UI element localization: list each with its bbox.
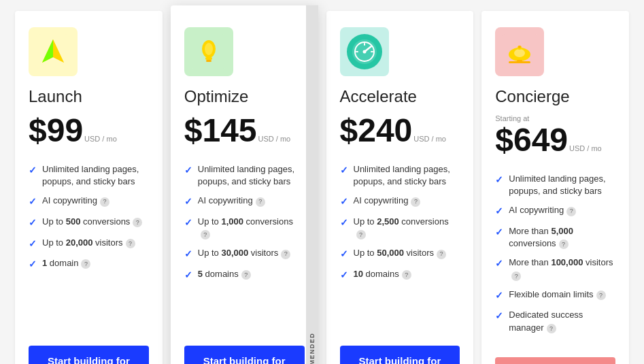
feature-item-concierge-0: ✓ Unlimited landing pages, popups, and s… bbox=[495, 173, 615, 197]
check-icon-optimize-3: ✓ bbox=[184, 248, 192, 261]
info-icon-accelerate-3[interactable]: ? bbox=[437, 250, 446, 259]
feature-text-launch-4: 1 domain? bbox=[42, 257, 90, 269]
info-icon-launch-2[interactable]: ? bbox=[133, 218, 142, 227]
plan-name-launch: Launch bbox=[29, 87, 149, 106]
feature-item-optimize-0: ✓ Unlimited landing pages, popups, and s… bbox=[184, 163, 305, 188]
feature-text-concierge-5: Dedicated success manager? bbox=[509, 309, 615, 333]
check-icon-concierge-1: ✓ bbox=[495, 205, 503, 218]
svg-point-13 bbox=[362, 50, 366, 54]
price-suffix-accelerate: USD / mo bbox=[413, 134, 446, 144]
check-icon-launch-4: ✓ bbox=[29, 258, 37, 271]
svg-rect-6 bbox=[205, 57, 212, 60]
concierge-icon bbox=[495, 27, 544, 76]
info-icon-launch-1[interactable]: ? bbox=[100, 197, 109, 207]
optimize-icon bbox=[184, 27, 233, 76]
feature-text-launch-0: Unlimited landing pages, popups, and sti… bbox=[42, 163, 149, 188]
info-icon-launch-4[interactable]: ? bbox=[81, 259, 90, 269]
plan-card-optimize: RECOMMENDED Optimize $145 USD / mo ✓ Unl… bbox=[171, 5, 318, 364]
check-icon-accelerate-1: ✓ bbox=[340, 195, 348, 209]
cta-button-concierge[interactable]: Contact a specialist bbox=[495, 357, 615, 364]
info-icon-concierge-3[interactable]: ? bbox=[511, 271, 521, 281]
feature-text-optimize-4: 5 domains? bbox=[198, 268, 251, 280]
feature-item-launch-0: ✓ Unlimited landing pages, popups, and s… bbox=[29, 163, 149, 188]
info-icon-accelerate-2[interactable]: ? bbox=[356, 230, 366, 239]
check-icon-accelerate-3: ✓ bbox=[340, 248, 348, 261]
feature-item-accelerate-0: ✓ Unlimited landing pages, popups, and s… bbox=[340, 163, 460, 188]
pricing-grid: Launch $99 USD / mo ✓ Unlimited landing … bbox=[11, 11, 633, 364]
feature-text-concierge-0: Unlimited landing pages, popups, and sti… bbox=[509, 173, 615, 197]
cta-button-accelerate[interactable]: Start building for free bbox=[340, 346, 460, 364]
check-icon-concierge-4: ✓ bbox=[495, 289, 503, 303]
feature-item-optimize-2: ✓ Up to 1,000 conversions? bbox=[184, 216, 305, 240]
feature-item-accelerate-3: ✓ Up to 50,000 visitors? bbox=[340, 247, 460, 261]
feature-text-accelerate-4: 10 domains? bbox=[354, 268, 411, 280]
check-icon-concierge-0: ✓ bbox=[495, 173, 503, 187]
feature-item-concierge-5: ✓ Dedicated success manager? bbox=[495, 309, 615, 333]
feature-item-launch-3: ✓ Up to 20,000 visitors? bbox=[29, 237, 149, 251]
feature-text-concierge-4: Flexible domain limits? bbox=[509, 288, 605, 301]
feature-item-launch-1: ✓ AI copywriting? bbox=[29, 195, 149, 209]
feature-text-launch-3: Up to 20,000 visitors? bbox=[42, 237, 135, 249]
feature-text-optimize-0: Unlimited landing pages, popups, and sti… bbox=[198, 163, 305, 188]
check-icon-optimize-4: ✓ bbox=[184, 269, 192, 282]
cta-button-optimize[interactable]: Start building for free bbox=[184, 346, 305, 364]
info-icon-optimize-3[interactable]: ? bbox=[281, 250, 290, 259]
price-amount-accelerate: $240 bbox=[340, 114, 413, 147]
feature-item-concierge-2: ✓ More than 5,000 conversions? bbox=[495, 225, 615, 250]
price-suffix-optimize: USD / mo bbox=[258, 134, 291, 144]
feature-item-accelerate-1: ✓ AI copywriting? bbox=[340, 195, 460, 209]
check-icon-optimize-1: ✓ bbox=[184, 195, 192, 209]
info-icon-concierge-5[interactable]: ? bbox=[547, 324, 556, 333]
feature-text-concierge-1: AI copywriting? bbox=[509, 204, 576, 216]
check-icon-launch-1: ✓ bbox=[29, 195, 37, 209]
feature-text-launch-2: Up to 500 conversions? bbox=[42, 216, 142, 228]
info-icon-optimize-4[interactable]: ? bbox=[241, 270, 251, 280]
feature-text-optimize-1: AI copywriting? bbox=[198, 195, 265, 207]
launch-icon bbox=[29, 27, 78, 76]
price-suffix-concierge: USD / mo bbox=[569, 144, 602, 153]
feature-text-optimize-2: Up to 1,000 conversions? bbox=[198, 216, 305, 240]
info-icon-concierge-4[interactable]: ? bbox=[596, 291, 606, 300]
info-icon-optimize-2[interactable]: ? bbox=[201, 230, 210, 239]
svg-point-8 bbox=[205, 43, 213, 55]
recommended-badge: RECOMMENDED bbox=[306, 5, 318, 364]
cta-button-launch[interactable]: Start building for free bbox=[29, 346, 149, 364]
price-suffix-launch: USD / mo bbox=[84, 134, 117, 144]
feature-text-accelerate-1: AI copywriting? bbox=[354, 195, 421, 207]
check-icon-concierge-3: ✓ bbox=[495, 257, 503, 271]
price-row-accelerate: $240 USD / mo bbox=[340, 114, 460, 147]
check-icon-concierge-5: ✓ bbox=[495, 310, 503, 323]
price-row-launch: $99 USD / mo bbox=[29, 114, 149, 147]
feature-text-concierge-2: More than 5,000 conversions? bbox=[509, 225, 615, 250]
plan-card-concierge: ConciergeStarting at $649 USD / mo ✓ Unl… bbox=[481, 11, 629, 364]
price-amount-optimize: $145 bbox=[184, 114, 257, 147]
info-icon-optimize-1[interactable]: ? bbox=[256, 197, 265, 207]
check-icon-accelerate-4: ✓ bbox=[340, 269, 348, 282]
feature-item-concierge-3: ✓ More than 100,000 visitors? bbox=[495, 257, 615, 281]
check-icon-optimize-0: ✓ bbox=[184, 164, 192, 178]
check-icon-launch-2: ✓ bbox=[29, 216, 37, 230]
svg-rect-20 bbox=[509, 61, 530, 63]
check-icon-optimize-2: ✓ bbox=[184, 216, 192, 230]
feature-text-concierge-3: More than 100,000 visitors? bbox=[509, 257, 615, 281]
info-icon-concierge-1[interactable]: ? bbox=[566, 207, 576, 216]
features-list-accelerate: ✓ Unlimited landing pages, popups, and s… bbox=[340, 163, 460, 329]
plan-card-accelerate: Accelerate $240 USD / mo ✓ Unlimited lan… bbox=[326, 11, 474, 364]
check-icon-accelerate-0: ✓ bbox=[340, 164, 348, 178]
features-list-optimize: ✓ Unlimited landing pages, popups, and s… bbox=[184, 163, 305, 329]
feature-text-optimize-3: Up to 30,000 visitors? bbox=[198, 247, 291, 259]
feature-text-accelerate-0: Unlimited landing pages, popups, and sti… bbox=[354, 163, 460, 188]
check-icon-launch-3: ✓ bbox=[29, 237, 37, 251]
accelerate-icon bbox=[340, 27, 389, 76]
info-icon-accelerate-1[interactable]: ? bbox=[411, 197, 420, 207]
svg-rect-24 bbox=[518, 46, 521, 48]
check-icon-launch-0: ✓ bbox=[29, 164, 37, 178]
info-icon-accelerate-4[interactable]: ? bbox=[402, 270, 411, 280]
feature-item-optimize-4: ✓ 5 domains? bbox=[184, 268, 305, 282]
info-icon-launch-3[interactable]: ? bbox=[126, 239, 135, 248]
price-amount-concierge: $649 bbox=[495, 124, 568, 156]
info-icon-concierge-2[interactable]: ? bbox=[559, 239, 569, 249]
feature-item-optimize-3: ✓ Up to 30,000 visitors? bbox=[184, 247, 305, 261]
feature-item-accelerate-4: ✓ 10 domains? bbox=[340, 268, 460, 282]
feature-item-concierge-1: ✓ AI copywriting? bbox=[495, 204, 615, 218]
